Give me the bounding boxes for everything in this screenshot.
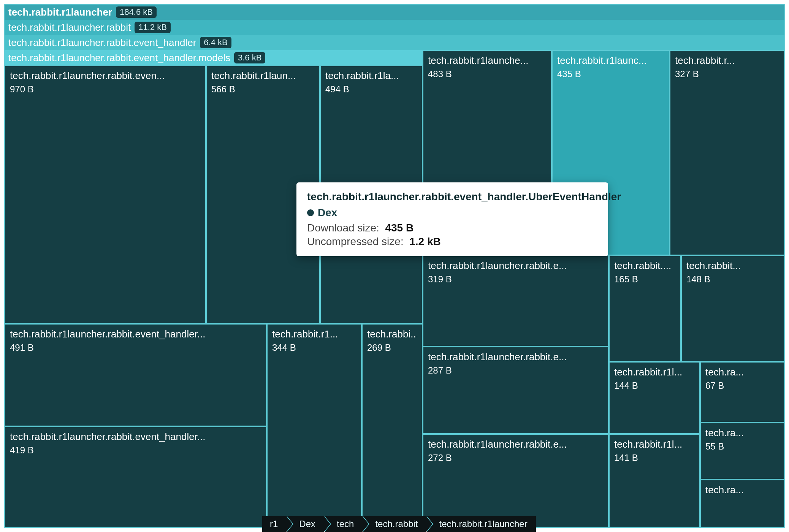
treemap-cell[interactable]: tech.rabbit.... 165 B [609, 255, 681, 362]
size-badge: 11.2 kB [135, 22, 171, 33]
breadcrumb-item[interactable]: tech.rabbit [363, 516, 426, 532]
tooltip: tech.rabbit.r1launcher.rabbit.event_hand… [296, 182, 608, 256]
treemap-cell[interactable]: tech.rabbit.r1launcher.rabbit.event_hand… [5, 426, 267, 527]
treemap-cell[interactable]: tech.ra... [700, 480, 784, 527]
tooltip-title: tech.rabbit.r1launcher.rabbit.event_hand… [307, 191, 597, 203]
treemap-cell[interactable]: tech.rabbit.r1... 344 B [267, 324, 362, 527]
treemap-header-1[interactable]: tech.rabbit.r1launcher.rabbit 11.2 kB [5, 20, 784, 35]
treemap-header-2[interactable]: tech.rabbit.r1launcher.rabbit.event_hand… [5, 35, 784, 50]
header-label: tech.rabbit.r1launcher.rabbit [8, 22, 131, 33]
treemap-header-0[interactable]: tech.rabbit.r1launcher 184.6 kB [5, 5, 784, 20]
header-label: tech.rabbit.r1launcher.rabbit.event_hand… [8, 52, 230, 64]
treemap-cell[interactable]: tech.rabbit.r1launcher.rabbit.event_hand… [5, 324, 267, 426]
breadcrumb-item[interactable]: tech.rabbit.r1launcher [427, 516, 536, 532]
breadcrumb-item[interactable]: r1 [262, 516, 286, 532]
treemap-cell[interactable]: tech.rabbit.r1l... 141 B [609, 434, 700, 527]
size-badge: 6.4 kB [200, 37, 231, 48]
header-label: tech.rabbit.r1launcher [8, 6, 112, 18]
treemap-cell[interactable]: tech.rabbit.r1l... 144 B [609, 362, 700, 434]
treemap-root: tech.rabbit.r1launcher 184.6 kB tech.rab… [4, 4, 785, 528]
size-badge: 3.6 kB [234, 52, 265, 63]
treemap-cell[interactable]: tech.ra... 67 B [700, 362, 784, 423]
tooltip-category: Dex [307, 207, 597, 219]
tooltip-uncompressed: Uncompressed size: 1.2 kB [307, 236, 597, 248]
treemap-cell[interactable]: tech.rabbit.r1launcher.rabbit.e... 319 B [423, 255, 609, 347]
size-badge: 184.6 kB [116, 6, 157, 18]
treemap-cell[interactable]: tech.rabbi... 269 B [362, 324, 423, 527]
treemap-cell[interactable]: tech.ra... 55 B [700, 423, 784, 480]
treemap-header-3[interactable]: tech.rabbit.r1launcher.rabbit.event_hand… [5, 50, 423, 65]
breadcrumb: r1 Dex tech tech.rabbit tech.rabbit.r1la… [262, 516, 537, 532]
treemap-cell[interactable]: tech.rabbit.r1launcher.rabbit.e... 272 B [423, 434, 609, 527]
tooltip-download: Download size: 435 B [307, 222, 597, 234]
treemap-cell[interactable]: tech.rabbit.r1launcher.rabbit.e... 287 B [423, 347, 609, 434]
treemap-cell[interactable]: tech.rabbit... 148 B [681, 255, 784, 362]
treemap-cell[interactable]: tech.rabbit.r1launcher.rabbit.even... 97… [5, 65, 206, 324]
dot-icon [307, 209, 314, 216]
treemap-cell[interactable]: tech.rabbit.r... 327 B [670, 50, 784, 255]
header-label: tech.rabbit.r1launcher.rabbit.event_hand… [8, 37, 196, 49]
